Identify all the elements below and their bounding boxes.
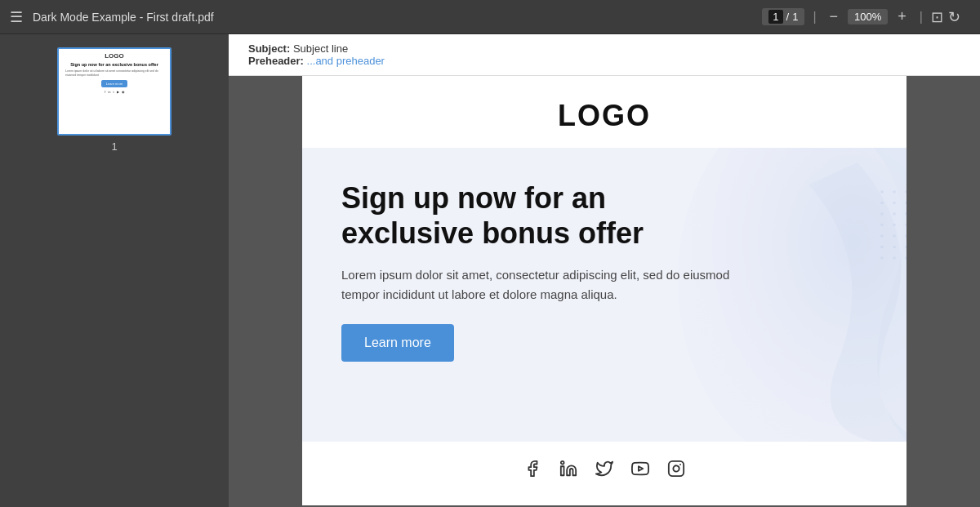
svg-point-7 bbox=[880, 212, 884, 216]
email-metadata: Subject: Subject line Preheader: ...and … bbox=[229, 34, 980, 76]
zoom-level: 100% bbox=[848, 9, 888, 24]
svg-point-2 bbox=[893, 190, 896, 193]
total-pages: 1 bbox=[792, 11, 798, 23]
separator-1: | bbox=[813, 10, 816, 24]
svg-point-4 bbox=[880, 202, 884, 205]
zoom-in-button[interactable]: + bbox=[893, 7, 911, 27]
email-preheader-line: Preheader: ...and preheader bbox=[248, 55, 960, 67]
email-logo-area: LOGO bbox=[302, 76, 906, 148]
separator-2: | bbox=[920, 10, 923, 24]
document-title: Dark Mode Example - First draft.pdf bbox=[33, 11, 214, 24]
email-headline: Sign up now for an exclusive bonus offer bbox=[341, 180, 733, 251]
subject-label: Subject: bbox=[248, 42, 290, 55]
email-hero-section: Sign up now for an exclusive bonus offer… bbox=[302, 148, 906, 442]
rotate-button[interactable]: ↻ bbox=[948, 8, 960, 26]
svg-point-17 bbox=[893, 246, 896, 249]
linkedin-icon[interactable] bbox=[559, 460, 577, 483]
svg-point-11 bbox=[893, 224, 896, 227]
email-social-footer bbox=[302, 442, 906, 505]
toolbar: ☰ Dark Mode Example - First draft.pdf 1 … bbox=[0, 0, 980, 34]
svg-rect-22 bbox=[561, 466, 564, 475]
thumb-btn: Learn more bbox=[101, 80, 127, 87]
email-subject-line: Subject: Subject line bbox=[248, 42, 960, 55]
main-content: LOGO Sign up now for an exclusive bonus … bbox=[0, 34, 980, 507]
page-indicator: 1 / 1 bbox=[762, 8, 804, 25]
thumbnail-wrapper: LOGO Sign up now for an exclusive bonus … bbox=[57, 47, 172, 153]
svg-point-20 bbox=[893, 256, 896, 260]
learn-more-button[interactable]: Learn more bbox=[341, 324, 454, 362]
twitter-icon[interactable] bbox=[595, 460, 613, 483]
svg-point-14 bbox=[893, 234, 896, 238]
svg-point-5 bbox=[893, 202, 896, 205]
thumb-social: fint▶◉ bbox=[105, 90, 123, 94]
svg-point-10 bbox=[880, 224, 884, 227]
svg-point-19 bbox=[880, 256, 884, 260]
thumb-body: Lorem ipsum dolor sit ut labore sit amet… bbox=[62, 69, 167, 78]
email-page: LOGO bbox=[302, 76, 906, 505]
toolbar-center: 1 / 1 | − 100% + | ⊡ ↻ bbox=[762, 7, 960, 27]
sidebar-panel: LOGO Sign up now for an exclusive bonus … bbox=[0, 34, 229, 507]
preheader-label: Preheader: bbox=[248, 55, 304, 67]
svg-marker-24 bbox=[639, 466, 643, 471]
facebook-icon[interactable] bbox=[523, 460, 541, 483]
hamburger-menu-icon[interactable]: ☰ bbox=[10, 8, 23, 26]
subject-value: Subject line bbox=[293, 42, 348, 55]
page-separator: / bbox=[786, 11, 790, 23]
svg-point-23 bbox=[561, 461, 564, 465]
svg-point-13 bbox=[880, 234, 884, 238]
svg-point-8 bbox=[893, 212, 896, 216]
svg-rect-25 bbox=[669, 461, 684, 476]
page-thumbnail[interactable]: LOGO Sign up now for an exclusive bonus … bbox=[57, 47, 172, 136]
svg-point-16 bbox=[880, 246, 884, 249]
email-body-text: Lorem ipsum dolor sit amet, consectetur … bbox=[341, 265, 733, 305]
fit-page-button[interactable]: ⊡ bbox=[931, 8, 943, 26]
current-page[interactable]: 1 bbox=[768, 10, 782, 24]
toolbar-left: ☰ Dark Mode Example - First draft.pdf bbox=[10, 8, 752, 26]
thumbnail-page-number: 1 bbox=[111, 140, 117, 153]
svg-point-1 bbox=[880, 190, 884, 193]
pdf-viewer: Subject: Subject line Preheader: ...and … bbox=[229, 34, 980, 507]
thumb-logo: LOGO bbox=[105, 52, 124, 60]
preheader-value: ...and preheader bbox=[307, 55, 385, 67]
email-logo: LOGO bbox=[302, 99, 906, 133]
thumb-headline: Sign up now for an exclusive bonus offer bbox=[70, 62, 158, 68]
zoom-out-button[interactable]: − bbox=[825, 7, 844, 27]
instagram-icon[interactable] bbox=[667, 460, 685, 483]
youtube-icon[interactable] bbox=[631, 460, 649, 483]
